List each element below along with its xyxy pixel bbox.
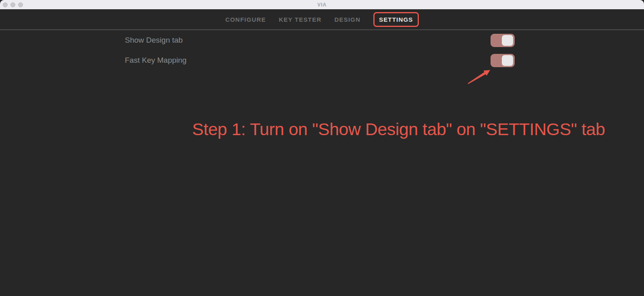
via-window: VIA CONFIGURE KEY TESTER DESIGN SETTINGS… [0,0,644,296]
setting-label-show-design-tab: Show Design tab [125,36,183,45]
setting-row-show-design-tab: Show Design tab [0,33,644,47]
show-design-tab-toggle[interactable] [491,34,515,47]
toggle-knob [502,35,513,46]
toggle-knob [502,55,513,66]
setting-row-fast-key-mapping: Fast Key Mapping [0,53,644,67]
minimize-button[interactable] [10,2,15,7]
titlebar: VIA [0,0,644,9]
zoom-button[interactable] [18,2,23,7]
navbar: CONFIGURE KEY TESTER DESIGN SETTINGS [0,9,644,30]
tab-design[interactable]: DESIGN [334,16,360,23]
tab-configure[interactable]: CONFIGURE [225,16,266,23]
tab-key-tester[interactable]: KEY TESTER [279,16,321,23]
setting-label-fast-key-mapping: Fast Key Mapping [125,56,186,65]
fast-key-mapping-toggle[interactable] [491,54,515,67]
settings-pane: Show Design tab Fast Key Mapping Step 1:… [0,30,644,295]
tab-settings[interactable]: SETTINGS [373,12,419,27]
window-title: VIA [0,2,644,8]
close-button[interactable] [3,2,8,7]
annotation-arrow-icon [463,66,493,87]
traffic-lights [3,0,23,9]
step-annotation-text: Step 1: Turn on "Show Design tab" on "SE… [192,119,605,139]
